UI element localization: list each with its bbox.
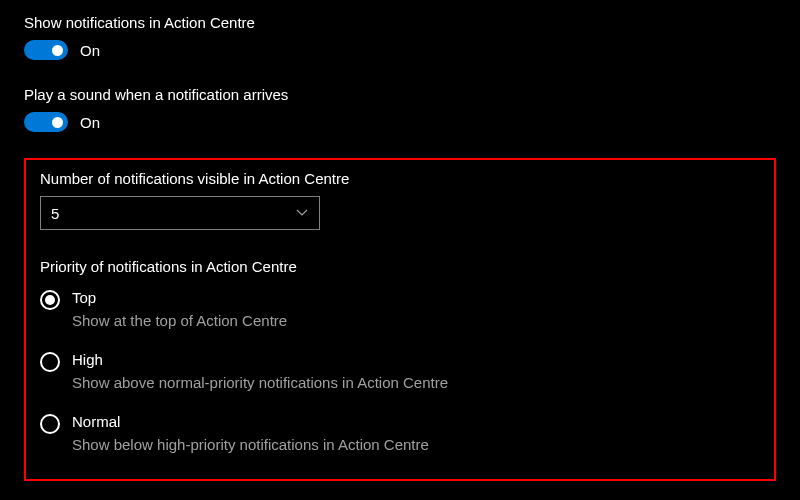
play-sound-setting: Play a sound when a notification arrives… [24, 86, 776, 132]
toggle-knob-icon [52, 117, 63, 128]
play-sound-state: On [80, 114, 100, 131]
radio-desc: Show below high-priority notifications i… [72, 436, 429, 453]
radio-text-container: Normal Show below high-priority notifica… [72, 413, 429, 453]
notification-count-dropdown[interactable]: 5 [40, 196, 320, 230]
priority-radio-normal[interactable]: Normal Show below high-priority notifica… [40, 413, 760, 453]
radio-circle-icon [40, 414, 60, 434]
highlighted-settings-section: Number of notifications visible in Actio… [24, 158, 776, 481]
play-sound-toggle[interactable] [24, 112, 68, 132]
radio-text-container: Top Show at the top of Action Centre [72, 289, 287, 329]
show-notifications-toggle-row: On [24, 40, 776, 60]
dropdown-value: 5 [51, 205, 59, 222]
priority-radio-high[interactable]: High Show above normal-priority notifica… [40, 351, 760, 391]
notification-count-setting: Number of notifications visible in Actio… [40, 170, 760, 230]
notification-count-label: Number of notifications visible in Actio… [40, 170, 760, 187]
radio-title: Top [72, 289, 287, 306]
show-notifications-setting: Show notifications in Action Centre On [24, 14, 776, 60]
play-sound-label: Play a sound when a notification arrives [24, 86, 776, 103]
priority-setting: Priority of notifications in Action Cent… [40, 258, 760, 453]
chevron-down-icon [295, 206, 309, 220]
play-sound-toggle-row: On [24, 112, 776, 132]
priority-label: Priority of notifications in Action Cent… [40, 258, 760, 275]
radio-circle-icon [40, 290, 60, 310]
radio-dot-icon [45, 295, 55, 305]
radio-circle-icon [40, 352, 60, 372]
priority-radio-top[interactable]: Top Show at the top of Action Centre [40, 289, 760, 329]
show-notifications-state: On [80, 42, 100, 59]
radio-title: High [72, 351, 448, 368]
radio-desc: Show above normal-priority notifications… [72, 374, 448, 391]
radio-desc: Show at the top of Action Centre [72, 312, 287, 329]
show-notifications-label: Show notifications in Action Centre [24, 14, 776, 31]
toggle-knob-icon [52, 45, 63, 56]
show-notifications-toggle[interactable] [24, 40, 68, 60]
radio-text-container: High Show above normal-priority notifica… [72, 351, 448, 391]
radio-title: Normal [72, 413, 429, 430]
